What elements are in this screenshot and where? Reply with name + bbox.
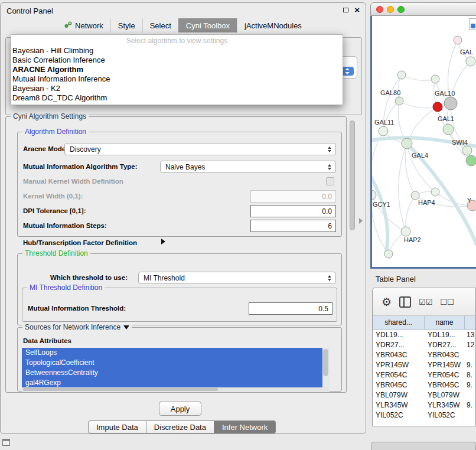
minimize-traffic-light[interactable] xyxy=(387,6,394,13)
table-cell: YER054C xyxy=(373,371,425,379)
mini-window-icon[interactable] xyxy=(2,439,10,446)
network-node-label: HAP2 xyxy=(404,236,421,243)
column-header-col2[interactable] xyxy=(465,316,475,329)
manual-kernel-checkbox[interactable] xyxy=(326,177,334,185)
algorithm-option-bayesian-hill-climbing[interactable]: Bayesian - Hill Climbing xyxy=(11,46,343,56)
algorithm-option-basic-correlation-inference[interactable]: Basic Correlation Inference xyxy=(11,56,343,65)
table-row[interactable]: YER054CYER054C8. xyxy=(373,370,475,380)
table-cell: YPR145W xyxy=(425,361,465,369)
tab-jactivemnodules[interactable]: jActiveMNodules xyxy=(237,18,309,32)
network-node-hap2[interactable] xyxy=(401,227,410,236)
panel-scrollbar xyxy=(349,119,356,389)
panel-resize-handle[interactable] xyxy=(359,218,363,224)
algorithm-dropdown-popup: Select algorithm to view settings Bayesi… xyxy=(11,34,343,105)
select-all-icon[interactable]: ☑☑ xyxy=(419,298,432,306)
mi-algorithm-type-combo[interactable]: Naive Bayes xyxy=(160,161,336,173)
network-node-gal11[interactable] xyxy=(379,126,388,136)
network-corner-widget[interactable] xyxy=(469,18,476,30)
network-node-gal[interactable] xyxy=(466,57,475,66)
network-canvas[interactable]: GALGAL80GAL10GAL11GAL1SWI4GAL4GCY1HAP4YH… xyxy=(372,16,476,269)
data-attributes-list[interactable]: SelfLoopsTopologicalCoefficientBetweenne… xyxy=(22,348,330,387)
tab-style[interactable]: Style xyxy=(110,18,142,32)
hub-section-label[interactable]: Hub/Transcription Factor Definition xyxy=(23,239,137,246)
network-node[interactable] xyxy=(431,75,439,83)
table-cell: 9. xyxy=(465,401,475,409)
scroll-thumb[interactable] xyxy=(323,349,328,376)
algorithm-option-dream8-dc-tdc-algorithm[interactable]: Dream8 DC_TDC Algorithm xyxy=(11,93,343,103)
table-cell: YPR145W xyxy=(373,361,425,369)
mi-threshold-label: Mutual Information Threshold: xyxy=(28,305,126,312)
bottom-tab-impute-data[interactable]: Impute Data xyxy=(88,420,146,433)
network-node-hap4[interactable] xyxy=(411,191,419,200)
network-node-gal1[interactable] xyxy=(443,124,454,135)
column-header-shared[interactable]: shared... xyxy=(373,316,425,329)
table-cell: YDL19... xyxy=(425,331,465,339)
network-node-gal80[interactable] xyxy=(395,97,403,105)
table-row[interactable]: YPR145WYPR145W9. xyxy=(373,360,475,370)
dropdown-placeholder: Select algorithm to view settings xyxy=(11,36,343,46)
zoom-traffic-light[interactable] xyxy=(397,6,405,13)
network-node[interactable] xyxy=(454,36,462,44)
tab-cyni-toolbox[interactable]: Cyni Toolbox xyxy=(178,18,237,32)
algorithm-option-aracne-algorithm[interactable]: ARACNE Algorithm xyxy=(11,65,343,74)
table-cell: YDR27... xyxy=(373,341,425,349)
algorithm-options: Bayesian - Hill ClimbingBasic Correlatio… xyxy=(11,46,343,103)
gear-icon[interactable]: ⚙ xyxy=(382,296,392,308)
scroll-thumb[interactable] xyxy=(350,120,355,230)
table-row[interactable]: YDR27...YDR27...12 xyxy=(373,340,475,350)
table-row[interactable]: YBR045CYBR045C9. xyxy=(373,380,475,390)
attribute-item-betweennesscentrality[interactable]: BetweennessCentrality xyxy=(22,368,322,378)
mi-steps-field[interactable]: 6 xyxy=(250,220,336,232)
attribute-item-gal4rgexp[interactable]: gal4RGexp xyxy=(22,377,322,387)
table-row[interactable]: YDL19...YDL19...13 xyxy=(373,330,475,340)
column-header-name[interactable]: name xyxy=(425,316,465,329)
attribute-item-selfloops[interactable]: SelfLoops xyxy=(22,348,322,358)
table-row[interactable]: YBL079WYBL079W xyxy=(373,390,475,400)
attribute-item-topologicalcoefficient[interactable]: TopologicalCoefficient xyxy=(22,358,322,368)
bottom-tab-discretize-data[interactable]: Discretize Data xyxy=(146,420,214,433)
mi-algorithm-type-label: Mutual Information Algorithm Type: xyxy=(23,163,138,170)
table-cell: YBR045C xyxy=(373,381,425,389)
table-row[interactable]: YLR345WYLR345W9. xyxy=(373,400,475,410)
table-row[interactable]: YIL052CYIL052C xyxy=(373,410,475,420)
scroll-thumb[interactable] xyxy=(23,388,218,391)
network-node[interactable] xyxy=(384,250,393,258)
column-browser-icon[interactable] xyxy=(399,296,411,308)
network-node[interactable] xyxy=(466,155,476,166)
algorithm-option-mutual-information-inference[interactable]: Mutual Information Inference xyxy=(11,74,343,84)
tab-select[interactable]: Select xyxy=(142,18,178,32)
network-node-gal4[interactable] xyxy=(402,138,412,149)
network-node[interactable] xyxy=(433,102,442,112)
dpi-tolerance-label: DPI Tolerance [0,1]: xyxy=(23,207,86,214)
float-window-icon[interactable] xyxy=(343,8,348,12)
sources-title[interactable]: Sources for Network Inference xyxy=(22,323,132,331)
chevron-down-icon[interactable] xyxy=(123,325,129,330)
table-toolbar: ⚙ ☑☑ ☐☐ xyxy=(373,288,475,316)
apply-button[interactable]: Apply xyxy=(159,402,201,416)
table-cell: YBL079W xyxy=(373,391,425,399)
network-node-gal10[interactable] xyxy=(444,97,457,110)
network-view-window: GALGAL80GAL10GAL11GAL1SWI4GAL4GCY1HAP4YH… xyxy=(370,2,476,269)
algorithm-option-bayesian-k2[interactable]: Bayesian - K2 xyxy=(11,84,343,93)
table-body: YDL19...YDL19...13YDR27...YDR27...12YBR0… xyxy=(373,330,475,420)
close-traffic-light[interactable] xyxy=(376,6,383,13)
network-node-gcy1[interactable] xyxy=(372,190,376,200)
which-threshold-combo[interactable]: MI Threshold xyxy=(138,272,336,284)
bottom-tab-infer-network[interactable]: Infer Network xyxy=(214,420,276,433)
tab-label: Style xyxy=(118,21,135,30)
kernel-width-field[interactable]: 0.0 xyxy=(250,190,336,203)
network-node[interactable] xyxy=(397,71,406,79)
network-node-label: Y xyxy=(467,197,472,204)
dpi-tolerance-field[interactable]: 0.0 xyxy=(250,205,336,217)
data-attributes-label: Data Attributes xyxy=(23,337,71,344)
mi-threshold-field[interactable]: 0.5 xyxy=(249,302,332,315)
tab-network[interactable]: Network xyxy=(57,18,110,32)
deselect-all-icon[interactable]: ☐☐ xyxy=(440,298,454,306)
aracne-mode-combo[interactable]: Discovery xyxy=(64,143,336,155)
network-node[interactable] xyxy=(431,188,439,196)
network-node-swi4[interactable] xyxy=(462,146,472,155)
mi-steps-label: Mutual Information Steps: xyxy=(23,222,107,229)
close-icon[interactable]: × xyxy=(354,7,360,13)
table-row[interactable]: YBR043CYBR043C xyxy=(373,350,475,360)
chevron-right-icon[interactable] xyxy=(161,239,165,244)
